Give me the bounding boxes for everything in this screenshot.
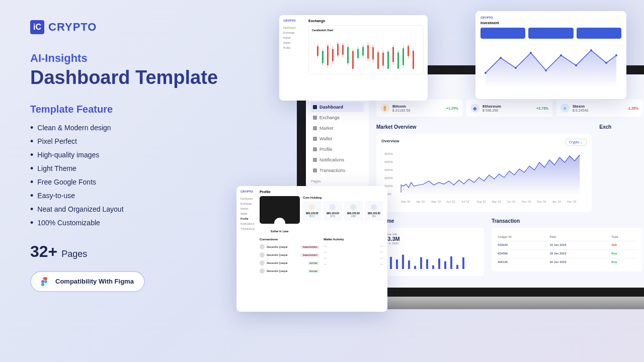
svg-point-79 [590, 49, 592, 51]
feature-item: Free Google Fonts [30, 175, 242, 189]
sidebar-item[interactable]: Notifications [311, 155, 364, 165]
svg-text:$300K: $300K [384, 168, 393, 171]
svg-rect-23 [414, 266, 416, 269]
svg-point-72 [485, 72, 487, 74]
svg-point-78 [575, 64, 577, 66]
svg-rect-22 [408, 260, 410, 269]
sidebar-item[interactable]: Profile [311, 144, 364, 154]
svg-point-73 [500, 57, 502, 59]
subtitle: AI-Insights [30, 52, 242, 65]
svg-point-76 [545, 69, 547, 71]
sidebar-item[interactable]: Market [311, 123, 364, 133]
svg-text:Nov '22: Nov '22 [522, 200, 531, 203]
svg-point-80 [605, 62, 607, 64]
table-row[interactable]: 42612620 Jan 2023Buy [498, 258, 636, 265]
svg-point-81 [615, 54, 617, 56]
feature-item: 100% Customizable [30, 216, 242, 230]
svg-text:$400K: $400K [384, 160, 393, 163]
svg-text:$500K: $500K [384, 152, 393, 155]
svg-point-75 [530, 52, 532, 54]
main-content: Welcome Back IC Crypto Das ₿Bitcoin$ 211… [369, 74, 644, 288]
feature-item: Neat and Organized Layout [30, 203, 242, 216]
svg-text:$200K: $200K [384, 176, 393, 179]
svg-text:Feb '23: Feb '23 [567, 200, 576, 203]
feature-item: Pixel Perfect [30, 135, 242, 148]
svg-rect-20 [396, 259, 398, 269]
figma-badge: Compatibility With Figma [30, 271, 145, 292]
svg-point-74 [515, 67, 517, 69]
market-chart: Overview Crypto ⌄ $500K$400K$300K$200K$1… [376, 134, 592, 212]
main-title: Dashboard Template [30, 67, 242, 88]
logo: iC CRYPTO [30, 20, 242, 34]
feature-item: Light Theme [30, 162, 242, 175]
svg-text:Mar '22: Mar '22 [401, 200, 410, 203]
svg-rect-29 [450, 256, 452, 269]
crypto-card[interactable]: ◆Ethereum$ 598.296+2.73% [466, 100, 552, 117]
svg-rect-24 [420, 257, 422, 269]
pages-count: 32+ Pages [30, 242, 242, 261]
svg-rect-27 [438, 258, 440, 269]
feature-item: High-quality images [30, 148, 242, 162]
svg-text:May '22: May '22 [431, 200, 441, 203]
svg-rect-26 [432, 265, 434, 269]
feature-item: Easy-to-use [30, 189, 242, 203]
svg-text:Jan '23: Jan '23 [552, 200, 561, 203]
table-row[interactable]: 65456618 Jan 2023Buy [498, 249, 636, 257]
svg-text:Dec '22: Dec '22 [537, 200, 546, 203]
feature-item: Clean & Modern design [30, 121, 242, 135]
svg-text:Apr '22: Apr '22 [416, 200, 425, 203]
svg-text:Sep '22: Sep '22 [492, 200, 501, 203]
svg-rect-30 [456, 265, 458, 269]
svg-text:Aug '22: Aug '22 [476, 200, 486, 203]
exchange-popup: CRYPTO DashboardExchangeMarketWalletProf… [279, 15, 428, 101]
svg-rect-25 [426, 259, 428, 269]
svg-text:Oct '22: Oct '22 [507, 200, 515, 203]
sidebar-item[interactable]: Wallet [311, 134, 364, 144]
svg-text:Jul '22: Jul '22 [461, 200, 469, 203]
sidebar-item[interactable]: Exchange [311, 113, 364, 123]
svg-text:Jun '22: Jun '22 [446, 200, 455, 203]
logo-icon: iC [30, 20, 44, 34]
sidebar-item[interactable]: Transactions [311, 165, 364, 175]
investment-popup: CRYPTO Investment [475, 11, 626, 99]
logo-text: CRYPTO [48, 21, 97, 34]
figma-text: Compatibility With Figma [55, 278, 134, 285]
svg-rect-28 [444, 261, 446, 269]
profile-popup: CRYPTO DashboardExchangeMarketWalletProf… [236, 186, 387, 312]
crypto-card[interactable]: ₿Bitcoin$ 21182.50+1.25% [376, 100, 462, 117]
svg-rect-31 [462, 257, 464, 269]
feature-title: Template Feature [30, 104, 242, 115]
crypto-dropdown[interactable]: Crypto ⌄ [566, 139, 587, 146]
crypto-card[interactable]: ≡Steem$ 0.24548-1.25% [556, 100, 642, 117]
svg-rect-21 [402, 255, 404, 269]
figma-icon [41, 277, 50, 286]
feature-list: Clean & Modern designPixel PerfectHigh-q… [30, 121, 242, 230]
sidebar-item[interactable]: Dashboard [311, 102, 364, 112]
table-row[interactable]: 52364015 Jan 2023Sell [498, 241, 636, 248]
svg-rect-19 [390, 257, 392, 269]
svg-point-77 [560, 54, 562, 56]
